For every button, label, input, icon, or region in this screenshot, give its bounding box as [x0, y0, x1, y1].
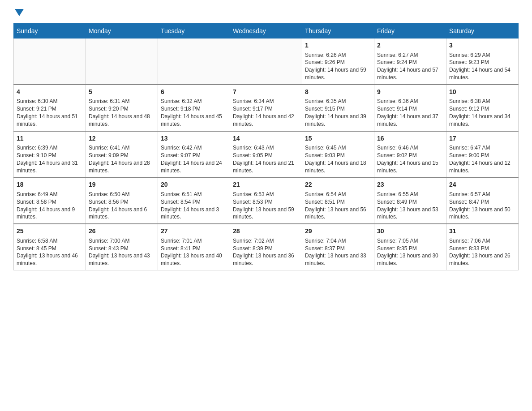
calendar-cell: 26Sunrise: 7:00 AMSunset: 8:43 PMDayligh…: [86, 224, 158, 270]
day-info: Sunset: 8:39 PM: [233, 245, 299, 253]
day-number: 13: [161, 134, 227, 143]
calendar-cell: 4Sunrise: 6:30 AMSunset: 9:21 PMDaylight…: [14, 85, 86, 131]
day-number: 17: [449, 134, 515, 143]
calendar-cell: 22Sunrise: 6:54 AMSunset: 8:51 PMDayligh…: [302, 177, 374, 224]
day-number: 28: [233, 227, 299, 236]
calendar-cell: [14, 39, 86, 85]
day-number: 6: [161, 88, 227, 97]
day-info: Sunset: 8:54 PM: [161, 198, 227, 206]
calendar-cell: 21Sunrise: 6:53 AMSunset: 8:53 PMDayligh…: [230, 177, 302, 224]
day-info: Sunset: 9:14 PM: [377, 105, 443, 113]
day-info: Daylight: 14 hours and 48 minutes.: [89, 113, 155, 128]
day-info: Sunset: 8:33 PM: [449, 245, 515, 253]
day-info: Daylight: 14 hours and 54 minutes.: [449, 66, 515, 81]
day-info: Daylight: 14 hours and 59 minutes.: [305, 66, 371, 81]
header: [13, 9, 519, 15]
calendar-cell: [230, 39, 302, 85]
day-number: 10: [449, 88, 515, 97]
day-info: Sunset: 9:17 PM: [233, 105, 299, 113]
day-info: Daylight: 14 hours and 57 minutes.: [377, 66, 443, 81]
calendar-cell: 11Sunrise: 6:39 AMSunset: 9:10 PMDayligh…: [14, 131, 86, 178]
day-info: Sunrise: 7:05 AM: [377, 237, 443, 245]
day-info: Sunset: 9:07 PM: [161, 152, 227, 159]
day-info: Sunrise: 7:04 AM: [305, 237, 371, 245]
day-info: Daylight: 14 hours and 3 minutes.: [161, 206, 227, 221]
calendar-cell: 25Sunrise: 6:58 AMSunset: 8:45 PMDayligh…: [14, 224, 86, 270]
day-info: Sunset: 8:37 PM: [305, 245, 371, 253]
calendar-week-row: 25Sunrise: 6:58 AMSunset: 8:45 PMDayligh…: [14, 224, 519, 270]
day-number: 26: [89, 227, 155, 236]
calendar-cell: 8Sunrise: 6:35 AMSunset: 9:15 PMDaylight…: [302, 85, 374, 131]
day-header-friday: Friday: [374, 24, 446, 39]
day-info: Sunrise: 6:31 AM: [89, 98, 155, 105]
day-number: 31: [449, 227, 515, 236]
day-info: Sunset: 8:53 PM: [233, 198, 299, 206]
day-info: Daylight: 14 hours and 24 minutes.: [161, 159, 227, 175]
day-info: Daylight: 13 hours and 59 minutes.: [233, 206, 299, 221]
day-info: Daylight: 13 hours and 33 minutes.: [305, 252, 371, 267]
day-info: Daylight: 13 hours and 26 minutes.: [449, 252, 515, 267]
calendar-cell: 5Sunrise: 6:31 AMSunset: 9:20 PMDaylight…: [86, 85, 158, 131]
day-info: Sunrise: 6:35 AM: [305, 98, 371, 105]
day-info: Sunrise: 6:30 AM: [17, 98, 83, 105]
day-header-tuesday: Tuesday: [158, 24, 230, 39]
day-info: Daylight: 14 hours and 45 minutes.: [161, 113, 227, 128]
day-info: Sunset: 9:24 PM: [377, 59, 443, 66]
calendar-cell: 28Sunrise: 7:02 AMSunset: 8:39 PMDayligh…: [230, 224, 302, 270]
calendar-cell: 15Sunrise: 6:45 AMSunset: 9:03 PMDayligh…: [302, 131, 374, 178]
day-number: 3: [449, 41, 515, 50]
day-header-monday: Monday: [86, 24, 158, 39]
day-header-thursday: Thursday: [302, 24, 374, 39]
calendar-cell: 16Sunrise: 6:46 AMSunset: 9:02 PMDayligh…: [374, 131, 446, 178]
calendar-cell: 12Sunrise: 6:41 AMSunset: 9:09 PMDayligh…: [86, 131, 158, 178]
calendar-cell: [86, 39, 158, 85]
day-header-saturday: Saturday: [446, 24, 519, 39]
day-number: 1: [305, 41, 371, 50]
calendar-header-row: SundayMondayTuesdayWednesdayThursdayFrid…: [14, 24, 519, 39]
day-info: Sunrise: 7:02 AM: [233, 237, 299, 245]
day-info: Daylight: 13 hours and 46 minutes.: [17, 252, 83, 267]
day-number: 29: [305, 227, 371, 236]
day-header-wednesday: Wednesday: [230, 24, 302, 39]
day-info: Daylight: 14 hours and 31 minutes.: [17, 159, 83, 175]
calendar-cell: 29Sunrise: 7:04 AMSunset: 8:37 PMDayligh…: [302, 224, 374, 270]
calendar-cell: 20Sunrise: 6:51 AMSunset: 8:54 PMDayligh…: [158, 177, 230, 224]
calendar-week-row: 4Sunrise: 6:30 AMSunset: 9:21 PMDaylight…: [14, 85, 519, 131]
day-info: Sunrise: 6:46 AM: [377, 144, 443, 152]
day-number: 18: [17, 180, 83, 189]
day-info: Sunrise: 6:36 AM: [377, 98, 443, 105]
day-info: Sunrise: 6:53 AM: [233, 191, 299, 198]
day-info: Daylight: 14 hours and 28 minutes.: [89, 159, 155, 175]
day-info: Daylight: 14 hours and 18 minutes.: [305, 159, 371, 175]
day-info: Sunrise: 6:49 AM: [17, 191, 83, 198]
day-info: Daylight: 13 hours and 53 minutes.: [377, 206, 443, 221]
day-info: Sunrise: 7:00 AM: [89, 237, 155, 245]
day-info: Sunset: 8:47 PM: [449, 198, 515, 206]
day-info: Sunset: 9:23 PM: [449, 59, 515, 66]
day-info: Sunrise: 6:47 AM: [449, 144, 515, 152]
day-info: Sunset: 8:43 PM: [89, 245, 155, 253]
calendar-cell: 14Sunrise: 6:43 AMSunset: 9:05 PMDayligh…: [230, 131, 302, 178]
calendar-cell: 1Sunrise: 6:26 AMSunset: 9:26 PMDaylight…: [302, 39, 374, 85]
day-info: Sunset: 9:26 PM: [305, 59, 371, 66]
day-number: 30: [377, 227, 443, 236]
calendar-cell: 9Sunrise: 6:36 AMSunset: 9:14 PMDaylight…: [374, 85, 446, 131]
day-info: Sunrise: 6:39 AM: [17, 144, 83, 152]
day-info: Sunset: 9:21 PM: [17, 105, 83, 113]
calendar-cell: 13Sunrise: 6:42 AMSunset: 9:07 PMDayligh…: [158, 131, 230, 178]
calendar-cell: 30Sunrise: 7:05 AMSunset: 8:35 PMDayligh…: [374, 224, 446, 270]
day-info: Daylight: 14 hours and 37 minutes.: [377, 113, 443, 128]
day-info: Sunrise: 6:42 AM: [161, 144, 227, 152]
day-info: Sunset: 8:51 PM: [305, 198, 371, 206]
calendar-cell: 23Sunrise: 6:55 AMSunset: 8:49 PMDayligh…: [374, 177, 446, 224]
day-info: Sunrise: 6:29 AM: [449, 51, 515, 59]
day-header-sunday: Sunday: [14, 24, 86, 39]
day-info: Sunrise: 6:32 AM: [161, 98, 227, 105]
calendar-cell: 27Sunrise: 7:01 AMSunset: 8:41 PMDayligh…: [158, 224, 230, 270]
day-info: Sunrise: 6:50 AM: [89, 191, 155, 198]
day-info: Sunrise: 6:43 AM: [233, 144, 299, 152]
day-info: Sunset: 9:03 PM: [305, 152, 371, 159]
day-info: Sunrise: 6:55 AM: [377, 191, 443, 198]
day-info: Sunrise: 6:27 AM: [377, 51, 443, 59]
day-info: Sunrise: 6:38 AM: [449, 98, 515, 105]
